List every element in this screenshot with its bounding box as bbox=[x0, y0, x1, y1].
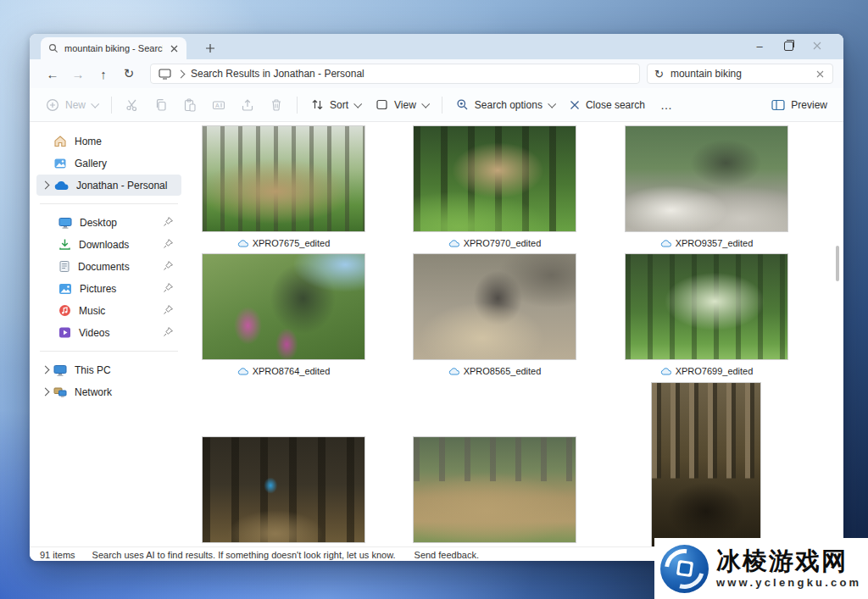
sidebar-item-label: This PC bbox=[75, 364, 111, 376]
sidebar-item-videos[interactable]: Videos bbox=[36, 322, 181, 343]
sidebar-item-downloads[interactable]: Downloads bbox=[36, 234, 181, 255]
file-name: XPRO7699_edited bbox=[676, 366, 754, 376]
see-more-button[interactable]: … bbox=[653, 93, 681, 117]
sidebar-item-documents[interactable]: Documents bbox=[36, 256, 181, 277]
vertical-scrollbar[interactable] bbox=[836, 246, 839, 281]
sidebar-item-label: Documents bbox=[78, 261, 130, 273]
delete-button[interactable] bbox=[262, 93, 291, 117]
chevron-right-icon[interactable] bbox=[42, 366, 50, 374]
share-button[interactable] bbox=[233, 93, 262, 117]
navigation-bar: ← → ↑ ↻ Search Results in Jonathan - Per… bbox=[30, 59, 843, 88]
paste-icon bbox=[183, 98, 197, 112]
chevron-right-icon[interactable] bbox=[42, 181, 50, 190]
close-search-button[interactable]: Close search bbox=[562, 93, 653, 117]
clear-search-icon[interactable] bbox=[814, 68, 826, 80]
file-name: XPRO7675_edited bbox=[253, 238, 331, 248]
videos-icon bbox=[58, 326, 71, 339]
rename-button[interactable]: A bbox=[204, 93, 233, 117]
gallery-icon bbox=[53, 157, 67, 170]
new-button[interactable]: New bbox=[38, 93, 105, 117]
network-icon bbox=[53, 386, 67, 398]
search-options-button[interactable]: Search options bbox=[448, 93, 562, 117]
file-thumbnail bbox=[413, 125, 576, 232]
sidebar-item-label: Downloads bbox=[79, 239, 129, 251]
refresh-button[interactable]: ↻ bbox=[116, 66, 142, 81]
file-thumbnail bbox=[625, 125, 788, 232]
sidebar-item-label: Jonathan - Personal bbox=[76, 180, 167, 191]
downloads-icon bbox=[58, 238, 71, 251]
onedrive-status-cloud-icon bbox=[448, 240, 459, 247]
file-tile[interactable] bbox=[413, 436, 576, 543]
search-input-value[interactable]: mountain biking bbox=[670, 68, 807, 80]
sort-button[interactable]: Sort bbox=[303, 93, 368, 117]
file-tile[interactable] bbox=[202, 436, 365, 543]
pin-icon bbox=[163, 260, 174, 271]
watermark: 冰棱游戏网 www.yclengku.com bbox=[654, 538, 868, 599]
file-tile[interactable]: XPRO9357_edited bbox=[625, 125, 788, 248]
toolbar-divider bbox=[297, 97, 298, 114]
file-explorer-window: mountain biking - Search Res – ← → ↑ ↻ bbox=[30, 34, 843, 561]
chevron-right-icon[interactable] bbox=[42, 388, 50, 397]
chevron-down-icon bbox=[353, 100, 362, 108]
sidebar-item-music[interactable]: Music bbox=[36, 300, 181, 321]
send-feedback-link[interactable]: Send feedback. bbox=[415, 550, 479, 560]
file-tile[interactable]: XPRO7675_edited bbox=[202, 125, 365, 248]
view-button-label: View bbox=[394, 99, 416, 111]
search-options-label: Search options bbox=[475, 99, 542, 111]
sidebar-item-label: Pictures bbox=[80, 283, 116, 295]
search-box[interactable]: ↻ mountain biking bbox=[647, 64, 833, 84]
file-tile[interactable]: XPRO8565_edited bbox=[413, 253, 576, 376]
file-tile[interactable] bbox=[651, 382, 761, 546]
file-thumbnail bbox=[202, 436, 365, 543]
new-tab-button[interactable] bbox=[200, 37, 220, 59]
view-button[interactable]: View bbox=[368, 93, 436, 117]
address-bar[interactable]: Search Results in Jonathan - Personal bbox=[150, 64, 640, 84]
sidebar-item-network[interactable]: Network bbox=[36, 381, 181, 402]
file-thumbnail bbox=[651, 382, 761, 546]
sort-icon bbox=[311, 98, 324, 111]
content-area: Home Gallery Jonathan - Personal bbox=[30, 122, 843, 546]
file-tile[interactable]: XPRO7699_edited bbox=[625, 253, 788, 376]
file-tile[interactable]: XPRO7970_edited bbox=[413, 125, 576, 248]
pin-icon bbox=[163, 282, 174, 293]
forward-button[interactable]: → bbox=[65, 67, 91, 81]
pin-icon bbox=[163, 216, 174, 227]
cut-button[interactable] bbox=[118, 93, 147, 117]
up-button[interactable]: ↑ bbox=[91, 67, 116, 81]
close-button[interactable] bbox=[803, 34, 832, 58]
sidebar-divider bbox=[40, 351, 178, 352]
plus-circle-icon bbox=[46, 98, 59, 112]
sidebar-item-desktop[interactable]: Desktop bbox=[36, 212, 181, 233]
sidebar-item-home[interactable]: Home bbox=[36, 130, 181, 152]
pictures-icon bbox=[58, 283, 72, 295]
sidebar-item-label: Desktop bbox=[80, 217, 117, 229]
file-name: XPRO9357_edited bbox=[676, 238, 754, 248]
sidebar-item-onedrive-personal[interactable]: Jonathan - Personal bbox=[36, 175, 181, 196]
tab-close-icon[interactable] bbox=[168, 42, 180, 54]
pin-icon bbox=[163, 304, 174, 315]
tab-bar: mountain biking - Search Res – bbox=[30, 34, 843, 59]
close-search-label: Close search bbox=[586, 99, 645, 111]
minimize-button[interactable]: – bbox=[745, 34, 774, 58]
paste-button[interactable] bbox=[175, 93, 204, 117]
command-bar: New A bbox=[30, 88, 843, 122]
restore-button[interactable] bbox=[774, 34, 803, 58]
back-button[interactable]: ← bbox=[40, 67, 65, 81]
explorer-tab[interactable]: mountain biking - Search Res bbox=[41, 37, 186, 59]
copy-icon bbox=[154, 98, 168, 112]
close-icon bbox=[570, 100, 580, 110]
preview-pane-icon bbox=[771, 99, 785, 111]
preview-button[interactable]: Preview bbox=[764, 93, 835, 117]
file-name: XPRO8565_edited bbox=[464, 366, 542, 376]
sidebar-item-pictures[interactable]: Pictures bbox=[36, 278, 181, 299]
documents-icon bbox=[58, 260, 70, 273]
sidebar-item-gallery[interactable]: Gallery bbox=[36, 153, 181, 174]
watermark-logo-icon bbox=[660, 545, 709, 593]
toolbar-divider bbox=[111, 97, 112, 114]
ai-search-notice: Search uses AI to find results. If somet… bbox=[92, 550, 396, 560]
preview-button-label: Preview bbox=[791, 99, 827, 111]
breadcrumb[interactable]: Search Results in Jonathan - Personal bbox=[191, 68, 364, 80]
file-tile[interactable]: XPRO8764_edited bbox=[202, 253, 365, 376]
sidebar-item-this-pc[interactable]: This PC bbox=[36, 359, 181, 380]
copy-button[interactable] bbox=[147, 93, 175, 117]
